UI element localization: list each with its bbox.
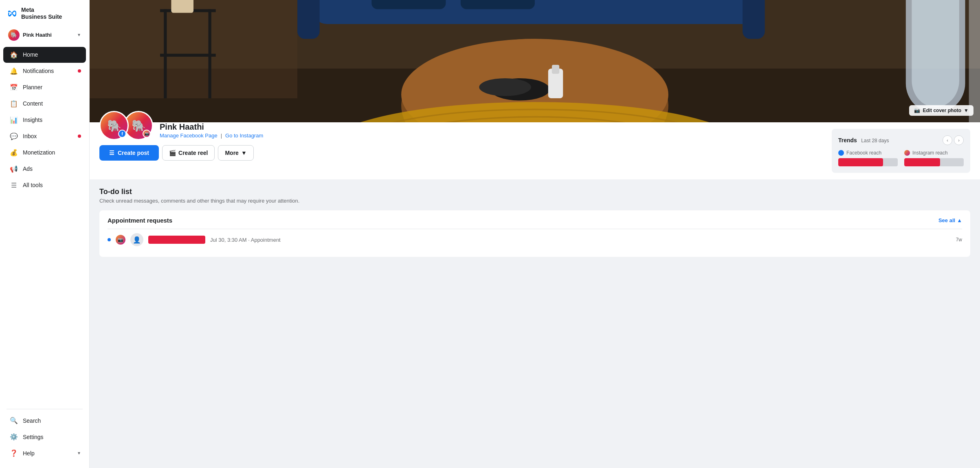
trends-navigation: ‹ › xyxy=(943,135,964,145)
gear-icon: ⚙️ xyxy=(10,433,18,441)
sidebar-item-inbox[interactable]: 💬 Inbox xyxy=(3,128,86,144)
chevron-down-icon: ▼ xyxy=(964,108,969,113)
profile-name: Pink Haathi xyxy=(160,122,263,132)
sidebar-item-label: Settings xyxy=(23,434,44,440)
create-post-button[interactable]: ☰ Create post xyxy=(99,145,159,161)
go-to-instagram-link[interactable]: Go to Instagram xyxy=(225,132,263,139)
time-ago: 7w xyxy=(956,237,962,243)
todo-title: To-do list xyxy=(99,188,970,196)
redacted-name-bar xyxy=(148,236,205,244)
cover-photo-visual xyxy=(90,0,980,122)
avatar-emoji-ig: 🐘 xyxy=(132,119,146,132)
appointment-datetime: Jul 30, 3:30 AM · Appointment xyxy=(210,237,951,243)
cover-photo: 📷 Edit cover photo ▼ xyxy=(90,0,980,122)
facebook-dot-icon xyxy=(838,150,844,156)
reel-icon: 🎬 xyxy=(169,150,176,156)
trends-facebook-col: Facebook reach xyxy=(838,150,898,166)
edit-cover-label: Edit cover photo xyxy=(923,108,961,113)
chevron-up-icon: ▲ xyxy=(957,217,962,223)
table-row: 📷 👤 Jul 30, 3:30 AM · Appointment 7w xyxy=(108,229,962,250)
svg-rect-6 xyxy=(461,0,535,9)
appointment-card-header: Appointment requests See all ▲ xyxy=(108,217,962,224)
account-selector[interactable]: 🐘 Pink Haathi ▼ xyxy=(5,27,84,43)
svg-rect-18 xyxy=(90,0,297,98)
sidebar-item-insights[interactable]: 📊 Insights xyxy=(3,112,86,128)
cover-area: 📷 Edit cover photo ▼ xyxy=(90,0,980,122)
meta-logo-icon xyxy=(7,8,18,19)
sidebar-item-label: Help xyxy=(23,450,35,457)
chart-icon: 📊 xyxy=(10,116,18,124)
sidebar-item-search[interactable]: 🔍 Search xyxy=(3,413,86,428)
instagram-reach-bar-track xyxy=(904,158,964,166)
help-icon: ❓ xyxy=(10,449,18,457)
facebook-reach-bar-track xyxy=(838,158,898,166)
trends-facebook-label: Facebook reach xyxy=(838,150,898,156)
instagram-dot-icon xyxy=(904,150,910,156)
sidebar-item-label: Monetization xyxy=(23,149,55,156)
sidebar-item-content[interactable]: 📋 Content xyxy=(3,96,86,112)
facebook-reach-bar xyxy=(838,158,883,166)
account-avatar: 🐘 xyxy=(8,29,20,41)
instagram-badge-icon: 📷 xyxy=(143,130,151,138)
sidebar-item-label: Ads xyxy=(23,166,33,172)
sidebar-item-label: Home xyxy=(23,51,38,58)
sidebar-item-label: Insights xyxy=(23,117,42,123)
sidebar-item-label: Notifications xyxy=(23,68,54,74)
svg-rect-26 xyxy=(969,0,980,122)
chat-icon: 💬 xyxy=(10,132,18,140)
trends-title-area: Trends Last 28 days xyxy=(838,137,889,144)
dollar-icon: 💰 xyxy=(10,149,18,157)
trends-header: Trends Last 28 days ‹ › xyxy=(838,135,964,145)
instagram-reach-bar xyxy=(904,158,940,166)
sidebar-item-home[interactable]: 🏠 Home xyxy=(3,47,86,63)
svg-rect-23 xyxy=(171,0,193,13)
trends-instagram-label: Instagram reach xyxy=(904,150,964,156)
trends-prev-button[interactable]: ‹ xyxy=(943,135,952,145)
more-button[interactable]: More ▼ xyxy=(218,145,253,161)
trends-bars: Facebook reach Instagram reach xyxy=(838,150,964,166)
create-reel-label: Create reel xyxy=(178,150,208,156)
sidebar-item-planner[interactable]: 📅 Planner xyxy=(3,79,86,95)
sidebar-item-help[interactable]: ❓ Help ▼ xyxy=(3,445,86,461)
sidebar: Meta Business Suite 🐘 Pink Haathi ▼ 🏠 Ho… xyxy=(0,0,90,468)
profile-links: Manage Facebook Page | Go to Instagram xyxy=(160,132,263,139)
appointment-card: Appointment requests See all ▲ 📷 👤 Jul 3… xyxy=(99,210,970,257)
manage-facebook-link[interactable]: Manage Facebook Page xyxy=(160,132,218,139)
create-reel-button[interactable]: 🎬 Create reel xyxy=(162,145,215,161)
calendar-icon: 📅 xyxy=(10,84,18,91)
edit-cover-button[interactable]: 📷 Edit cover photo ▼ xyxy=(909,105,973,116)
sidebar-item-monetization[interactable]: 💰 Monetization xyxy=(3,145,86,161)
see-all-link[interactable]: See all ▲ xyxy=(938,217,962,223)
svg-rect-5 xyxy=(371,0,446,9)
ads-icon: 📢 xyxy=(10,165,18,173)
ig-label: 📷 xyxy=(118,237,123,243)
post-icon: ☰ xyxy=(109,150,114,156)
sidebar-item-all-tools[interactable]: ☰ All tools xyxy=(3,177,86,193)
svg-rect-3 xyxy=(297,0,320,39)
svg-rect-4 xyxy=(743,0,765,39)
sidebar-item-ads[interactable]: 📢 Ads xyxy=(3,161,86,177)
svg-rect-14 xyxy=(552,65,559,74)
pipe-separator: | xyxy=(221,132,222,139)
divider xyxy=(7,409,83,409)
sidebar-item-settings[interactable]: ⚙️ Settings xyxy=(3,429,86,445)
unread-dot xyxy=(108,238,111,241)
avatar-emoji: 🐘 xyxy=(107,119,121,132)
account-name: Pink Haathi xyxy=(23,32,74,38)
profile-top: 🐘 f 🐘 📷 Pink Haathi Manage Facebook Page… xyxy=(99,122,822,145)
appointment-title: Appointment requests xyxy=(108,217,172,224)
app-logo: Meta Business Suite xyxy=(0,0,89,25)
camera-icon: 📷 xyxy=(914,108,920,113)
profile-section: 🐘 f 🐘 📷 Pink Haathi Manage Facebook Page… xyxy=(90,122,832,167)
trends-instagram-col: Instagram reach xyxy=(904,150,964,166)
facebook-avatar: 🐘 f xyxy=(99,111,129,140)
home-icon: 🏠 xyxy=(10,51,18,59)
nav-section: 🏠 Home 🔔 Notifications 📅 Planner 📋 Conte… xyxy=(0,46,89,406)
profile-trends-row: 🐘 f 🐘 📷 Pink Haathi Manage Facebook Page… xyxy=(90,122,980,179)
todo-section: To-do list Check unread messages, commen… xyxy=(90,179,980,265)
search-icon: 🔍 xyxy=(10,417,18,424)
trends-next-button[interactable]: › xyxy=(954,135,964,145)
sidebar-item-notifications[interactable]: 🔔 Notifications xyxy=(3,63,86,79)
sidebar-bottom: 🔍 Search ⚙️ Settings ❓ Help ▼ xyxy=(0,406,89,461)
person-icon: 👤 xyxy=(133,236,141,244)
